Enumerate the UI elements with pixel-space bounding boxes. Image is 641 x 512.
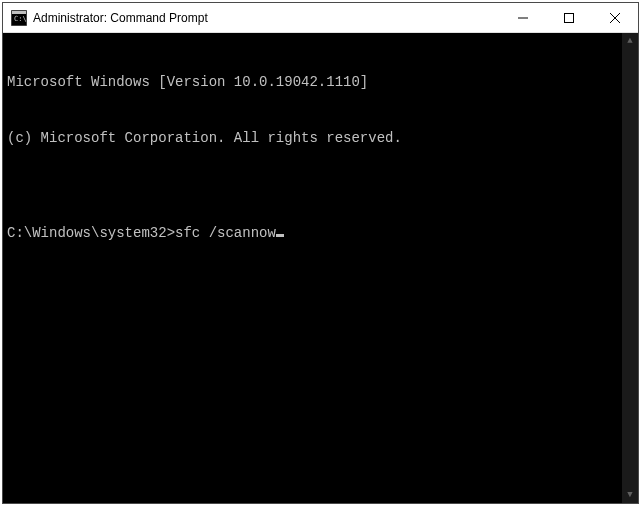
svg-text:C:\: C:\: [14, 15, 27, 23]
window-controls: [500, 3, 638, 32]
close-icon: [610, 13, 620, 23]
minimize-button[interactable]: [500, 3, 546, 33]
prompt-line: C:\Windows\system32>sfc /scannow: [7, 224, 634, 243]
close-button[interactable]: [592, 3, 638, 33]
maximize-button[interactable]: [546, 3, 592, 33]
window-title: Administrator: Command Prompt: [33, 11, 500, 25]
titlebar[interactable]: C:\ Administrator: Command Prompt: [3, 3, 638, 33]
svg-rect-1: [12, 11, 26, 14]
prompt-text: C:\Windows\system32>: [7, 224, 175, 243]
scroll-track[interactable]: [622, 49, 638, 487]
scroll-up-arrow[interactable]: ▲: [622, 33, 638, 49]
copyright-line: (c) Microsoft Corporation. All rights re…: [7, 129, 634, 148]
vertical-scrollbar[interactable]: ▲ ▼: [622, 33, 638, 503]
command-prompt-window: C:\ Administrator: Command Prompt: [2, 2, 639, 504]
version-line: Microsoft Windows [Version 10.0.19042.11…: [7, 73, 634, 92]
scroll-down-arrow[interactable]: ▼: [622, 487, 638, 503]
terminal-area[interactable]: Microsoft Windows [Version 10.0.19042.11…: [3, 33, 638, 503]
minimize-icon: [518, 13, 528, 23]
maximize-icon: [564, 13, 574, 23]
command-text: sfc /scannow: [175, 224, 276, 243]
text-cursor: [276, 234, 284, 237]
cmd-icon: C:\: [11, 10, 27, 26]
svg-rect-4: [565, 14, 574, 23]
